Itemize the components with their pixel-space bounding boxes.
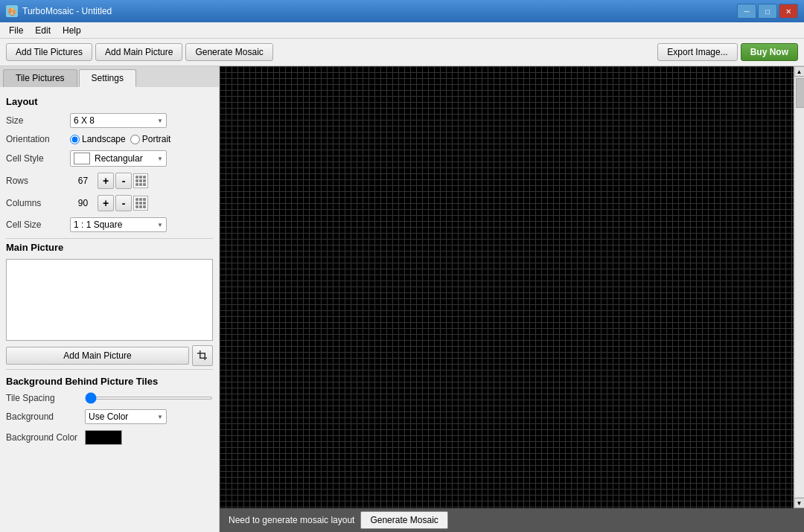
menu-help[interactable]: Help xyxy=(57,24,87,37)
tile-spacing-slider[interactable] xyxy=(85,397,213,400)
cell-style-value: Rectangular xyxy=(95,153,143,164)
add-tile-pictures-button[interactable]: Add Tile Pictures xyxy=(6,43,92,61)
columns-plus-button[interactable]: + xyxy=(98,195,114,211)
layout-header: Layout xyxy=(6,96,213,107)
background-dropdown[interactable]: Use Color ▼ xyxy=(85,409,167,424)
columns-label: Columns xyxy=(6,198,66,208)
export-image-button[interactable]: Export Image... xyxy=(657,43,737,61)
size-value: 6 X 8 xyxy=(74,115,95,126)
status-bar: Need to generate mosaic layout Generate … xyxy=(220,508,804,532)
size-label: Size xyxy=(6,115,66,126)
columns-row: Columns 90 + - xyxy=(6,195,213,211)
background-color-label: Background Color xyxy=(6,432,80,443)
main-picture-box xyxy=(6,259,213,341)
portrait-radio-label[interactable]: Portrait xyxy=(130,134,171,144)
toolbar: Add Tile Pictures Add Main Picture Gener… xyxy=(0,39,804,66)
landscape-radio[interactable] xyxy=(70,135,80,144)
close-button[interactable]: ✕ xyxy=(779,4,798,19)
tab-bar: Tile Pictures Settings xyxy=(0,66,219,87)
generate-mosaic-button-toolbar[interactable]: Generate Mosaic xyxy=(185,43,272,61)
scrollbar-track[interactable] xyxy=(794,77,805,498)
add-main-picture-button-toolbar[interactable]: Add Main Picture xyxy=(95,43,182,61)
bg-header: Background Behind Picture Tiles xyxy=(6,376,213,387)
scrollbar-up-arrow[interactable]: ▲ xyxy=(794,66,805,77)
scrollbar-thumb[interactable] xyxy=(796,78,805,108)
vertical-scrollbar: ▲ ▼ xyxy=(794,66,804,508)
main-picture-header: Main Picture xyxy=(6,242,213,253)
menu-file[interactable]: File xyxy=(3,24,29,37)
rows-grid-icon[interactable] xyxy=(133,173,148,188)
background-row: Background Use Color ▼ xyxy=(6,409,213,424)
size-row: Size 6 X 8 ▼ xyxy=(6,113,213,128)
tile-spacing-row: Tile Spacing xyxy=(6,393,213,403)
svg-rect-0 xyxy=(200,350,201,358)
cell-style-arrow: ▼ xyxy=(157,156,163,162)
background-value: Use Color xyxy=(89,411,128,422)
crop-button[interactable] xyxy=(192,345,213,366)
tab-settings[interactable]: Settings xyxy=(79,69,136,87)
columns-minus-button[interactable]: - xyxy=(115,195,132,211)
columns-stepper: 90 + - xyxy=(70,195,148,211)
mosaic-area: ▲ ▼ Need to generate mosaic layout Gener… xyxy=(220,66,804,532)
cell-size-label: Cell Size xyxy=(6,219,66,230)
tile-spacing-slider-container xyxy=(85,397,213,400)
cell-style-preview xyxy=(74,153,90,164)
portrait-radio[interactable] xyxy=(130,135,140,144)
size-dropdown-arrow: ▼ xyxy=(157,118,163,124)
cell-style-label: Cell Style xyxy=(6,153,66,164)
rows-stepper: 67 + - xyxy=(70,173,148,189)
rows-row: Rows 67 + - xyxy=(6,173,213,189)
rows-value: 67 xyxy=(70,176,96,186)
panel-content: Layout Size 6 X 8 ▼ Orientation La xyxy=(0,87,219,532)
tile-spacing-label: Tile Spacing xyxy=(6,393,80,403)
rows-plus-button[interactable]: + xyxy=(98,173,114,189)
add-main-picture-button[interactable]: Add Main Picture xyxy=(6,347,189,365)
title-bar: 🎨 TurboMosaic - Untitled ─ □ ✕ xyxy=(0,0,804,22)
size-dropdown[interactable]: 6 X 8 ▼ xyxy=(70,113,167,128)
orientation-label: Orientation xyxy=(6,134,66,144)
divider-2 xyxy=(6,369,213,370)
svg-rect-2 xyxy=(205,353,206,360)
rows-minus-button[interactable]: - xyxy=(115,173,132,189)
cell-size-value: 1 : 1 Square xyxy=(74,219,122,230)
cell-size-dropdown[interactable]: 1 : 1 Square ▼ xyxy=(70,217,167,232)
content-area: Tile Pictures Settings Layout Size 6 X 8… xyxy=(0,66,804,532)
window-title: TurboMosaic - Untitled xyxy=(22,6,737,16)
background-label: Background xyxy=(6,411,80,422)
crop-icon xyxy=(197,350,208,362)
orientation-row: Orientation Landscape Portrait xyxy=(6,134,213,144)
app-icon: 🎨 xyxy=(6,5,18,17)
rows-label: Rows xyxy=(6,176,66,186)
maximize-button[interactable]: □ xyxy=(758,4,777,19)
orientation-group: Landscape Portrait xyxy=(70,134,170,144)
background-dropdown-arrow: ▼ xyxy=(157,414,163,420)
mosaic-canvas xyxy=(220,66,794,508)
svg-rect-1 xyxy=(197,353,205,354)
mosaic-grid xyxy=(220,66,794,508)
tab-tile-pictures[interactable]: Tile Pictures xyxy=(3,69,77,87)
add-main-picture-row: Add Main Picture xyxy=(6,345,213,366)
divider-1 xyxy=(6,238,213,239)
columns-grid-icon[interactable] xyxy=(133,196,148,211)
landscape-label: Landscape xyxy=(82,134,126,144)
buy-now-button[interactable]: Buy Now xyxy=(741,43,798,61)
mosaic-with-scrollbar: ▲ ▼ xyxy=(220,66,804,508)
landscape-radio-label[interactable]: Landscape xyxy=(70,134,126,144)
minimize-button[interactable]: ─ xyxy=(737,4,756,19)
columns-value: 90 xyxy=(70,198,96,208)
left-panel: Tile Pictures Settings Layout Size 6 X 8… xyxy=(0,66,220,532)
menu-edit[interactable]: Edit xyxy=(29,24,57,37)
window-controls: ─ □ ✕ xyxy=(737,4,798,19)
cell-size-arrow: ▼ xyxy=(157,222,163,228)
cell-style-row: Cell Style Rectangular ▼ xyxy=(6,150,213,167)
background-color-swatch[interactable] xyxy=(85,430,122,445)
menu-bar: File Edit Help xyxy=(0,22,804,39)
status-message: Need to generate mosaic layout xyxy=(229,515,354,525)
background-color-row: Background Color xyxy=(6,430,213,445)
generate-mosaic-status-button[interactable]: Generate Mosaic xyxy=(360,511,447,529)
portrait-label: Portrait xyxy=(142,134,171,144)
cell-style-dropdown[interactable]: Rectangular ▼ xyxy=(70,150,167,167)
scrollbar-down-arrow[interactable]: ▼ xyxy=(794,498,805,508)
cell-size-row: Cell Size 1 : 1 Square ▼ xyxy=(6,217,213,232)
app-container: Add Tile Pictures Add Main Picture Gener… xyxy=(0,39,804,532)
